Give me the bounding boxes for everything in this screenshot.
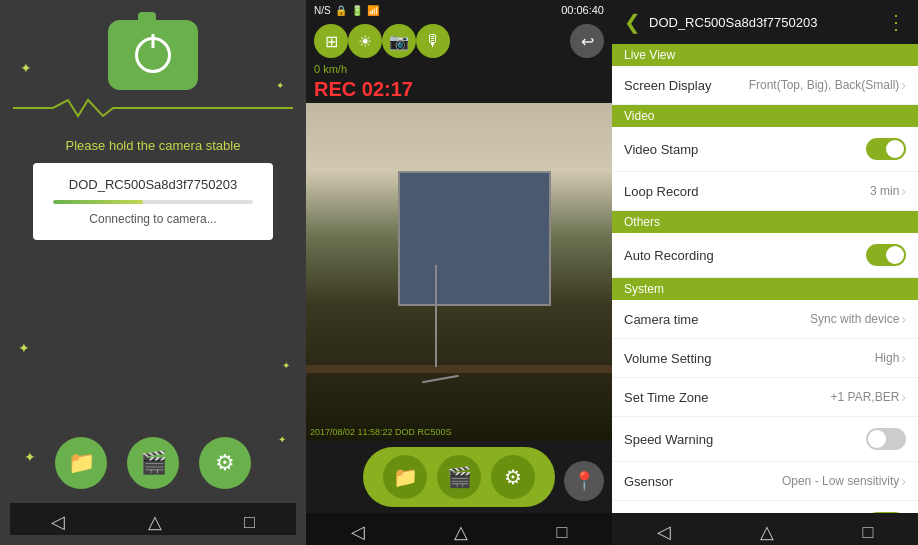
panel1-bottom: 📁 🎬 ⚙ ◁ △ □ (10, 437, 296, 535)
lock-icon: 🔒 (335, 5, 347, 16)
settings-item-gsensor[interactable]: Gsensor Open - Low sensitivity › (612, 462, 918, 501)
files-btn[interactable]: 📁 (383, 455, 427, 499)
sparkle-icon: ✦ (20, 60, 32, 76)
panel-live-view: N/S 🔒 🔋 📶 00:06:40 ⊞ ☀ 📷 🎙 ↩ 0 km/h REC … (306, 0, 612, 545)
power-icon (135, 37, 171, 73)
chevron-icon: › (901, 389, 906, 405)
chevron-icon: › (901, 350, 906, 366)
toolbar-display-icon[interactable]: ⊞ (314, 24, 348, 58)
value-loop-record: 3 min › (870, 183, 906, 199)
home-nav-icon[interactable]: △ (454, 521, 468, 543)
status-bar: N/S 🔒 🔋 📶 00:06:40 (306, 0, 612, 20)
tripod-leg (422, 375, 459, 383)
value-volume-setting: High › (875, 350, 906, 366)
toggle-speed-warning[interactable] (866, 428, 906, 450)
video-feed: 2017/08/02 11:58:22 DOD RC500S (306, 103, 612, 441)
label-camera-time: Camera time (624, 312, 698, 327)
section-header-video: Video (612, 105, 918, 127)
video-btn[interactable]: 🎬 (437, 455, 481, 499)
toolbar-camera-icon[interactable]: 📷 (382, 24, 416, 58)
status-bar-left: N/S 🔒 🔋 📶 (314, 5, 379, 16)
back-nav-icon[interactable]: ◁ (51, 511, 65, 533)
settings-icon[interactable]: ⚙ (199, 437, 251, 489)
desk-object (306, 365, 612, 373)
chevron-icon: › (901, 77, 906, 93)
value-screen-display: Front(Top, Big), Back(Small) › (749, 77, 906, 93)
value-set-time-zone: +1 PAR,BER › (831, 389, 906, 405)
action-buttons: 📁 🎬 ⚙ (363, 447, 555, 507)
tripod-icon (435, 265, 437, 366)
bottom-icons-row: 📁 🎬 ⚙ (55, 437, 251, 489)
back-nav-icon[interactable]: ◁ (657, 521, 671, 543)
sparkle-icon: ✦ (278, 434, 286, 445)
settings-title: DOD_RC500Sa8d3f7750203 (649, 15, 878, 30)
settings-item-video-stamp[interactable]: Video Stamp (612, 127, 918, 172)
recent-nav-icon[interactable]: □ (244, 512, 255, 533)
label-screen-display: Screen Display (624, 78, 711, 93)
progress-bar-bg (53, 200, 253, 204)
label-gsensor: Gsensor (624, 474, 673, 489)
sparkle-icon: ✦ (18, 340, 30, 356)
nav-bar: ◁ △ □ (10, 503, 296, 535)
back-icon[interactable]: ❮ (624, 10, 641, 34)
label-speed-warning: Speed Warning (624, 432, 713, 447)
panel1-top: Please hold the camera stable DOD_RC500S… (10, 20, 296, 240)
settings-item-audio-setting[interactable]: Audio Setting (612, 501, 918, 513)
section-header-system: System (612, 278, 918, 300)
panel-settings: ❮ DOD_RC500Sa8d3f7750203 ⋮ Live View Scr… (612, 0, 918, 545)
settings-item-loop-record[interactable]: Loop Record 3 min › (612, 172, 918, 211)
nav-bar-p3: ◁ △ □ (612, 513, 918, 545)
sparkle-icon: ✦ (282, 360, 290, 371)
settings-header: ❮ DOD_RC500Sa8d3f7750203 ⋮ (612, 0, 918, 44)
settings-item-auto-recording[interactable]: Auto Recording (612, 233, 918, 278)
gps-label: N/S (314, 5, 331, 16)
value-camera-time: Sync with device › (810, 311, 906, 327)
speed-display: 0 km/h (306, 62, 612, 76)
settings-item-speed-warning[interactable]: Speed Warning (612, 417, 918, 462)
connecting-text: Connecting to camera... (89, 212, 216, 226)
battery-icon: 🔋 (351, 5, 363, 16)
monitor-object (398, 171, 551, 306)
home-nav-icon[interactable]: △ (760, 521, 774, 543)
settings-item-volume-setting[interactable]: Volume Setting High › (612, 339, 918, 378)
settings-btn[interactable]: ⚙ (491, 455, 535, 499)
toggle-auto-recording[interactable] (866, 244, 906, 266)
connecting-box: DOD_RC500Sa8d3f7750203 Connecting to cam… (33, 163, 273, 240)
home-nav-icon[interactable]: △ (148, 511, 162, 533)
label-set-time-zone: Set Time Zone (624, 390, 709, 405)
camera-icon (108, 20, 198, 90)
rec-display: REC 02:17 (306, 76, 612, 103)
recent-nav-icon[interactable]: □ (863, 522, 874, 543)
recent-nav-icon[interactable]: □ (557, 522, 568, 543)
bottom-action-bar: 📁 🎬 ⚙ 📍 (306, 441, 612, 513)
label-auto-recording: Auto Recording (624, 248, 714, 263)
gps-btn[interactable]: 📍 (564, 461, 604, 501)
video-content (306, 103, 612, 441)
back-nav-icon[interactable]: ◁ (351, 521, 365, 543)
toggle-video-stamp[interactable] (866, 138, 906, 160)
video-icon[interactable]: 🎬 (127, 437, 179, 489)
toolbar: ⊞ ☀ 📷 🎙 ↩ (306, 20, 612, 62)
toolbar-back-icon[interactable]: ↩ (570, 24, 604, 58)
chevron-icon: › (901, 183, 906, 199)
label-loop-record: Loop Record (624, 184, 698, 199)
settings-list: Live View Screen Display Front(Top, Big)… (612, 44, 918, 513)
settings-item-set-time-zone[interactable]: Set Time Zone +1 PAR,BER › (612, 378, 918, 417)
files-icon[interactable]: 📁 (55, 437, 107, 489)
more-icon[interactable]: ⋮ (886, 10, 906, 34)
video-timestamp: 2017/08/02 11:58:22 DOD RC500S (310, 427, 452, 437)
toolbar-mic-icon[interactable]: 🎙 (416, 24, 450, 58)
device-name-label: DOD_RC500Sa8d3f7750203 (69, 177, 237, 192)
settings-item-screen-display[interactable]: Screen Display Front(Top, Big), Back(Sma… (612, 66, 918, 105)
stability-prompt: Please hold the camera stable (66, 138, 241, 153)
section-header-live-view: Live View (612, 44, 918, 66)
sparkle-icon: ✦ (276, 80, 284, 91)
label-video-stamp: Video Stamp (624, 142, 698, 157)
section-header-others: Others (612, 211, 918, 233)
signal-icon: 📶 (367, 5, 379, 16)
sparkle-icon: ✦ (24, 449, 36, 465)
progress-bar-fill (53, 200, 143, 204)
settings-item-camera-time[interactable]: Camera time Sync with device › (612, 300, 918, 339)
toolbar-brightness-icon[interactable]: ☀ (348, 24, 382, 58)
label-volume-setting: Volume Setting (624, 351, 711, 366)
